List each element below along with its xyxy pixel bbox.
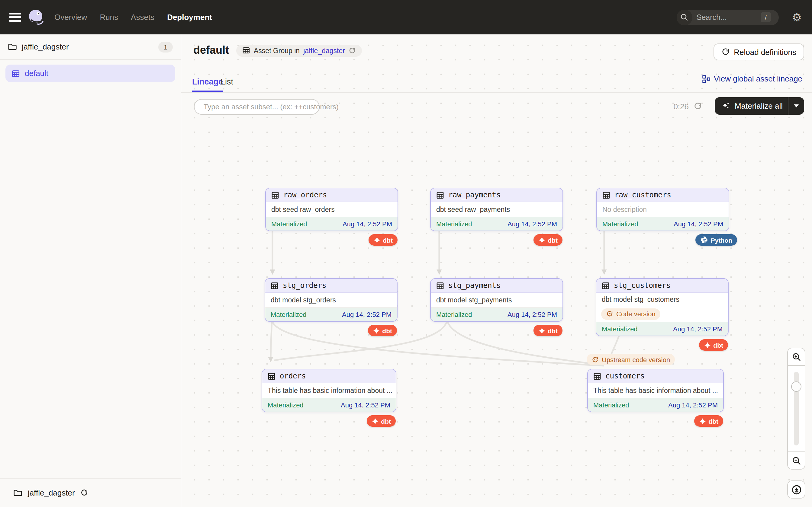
table-icon bbox=[271, 191, 279, 199]
asset-node-raw-orders[interactable]: raw_orders dbt seed raw_orders Materiali… bbox=[265, 188, 398, 231]
upstream-code-version-tag: Upstream code version bbox=[587, 354, 675, 365]
asset-name: customers bbox=[605, 372, 645, 380]
nav-item-deployment[interactable]: Deployment bbox=[167, 13, 212, 22]
page-title: default bbox=[193, 44, 229, 57]
asset-node-stg-orders[interactable]: stg_orders dbt model stg_orders Material… bbox=[265, 278, 398, 322]
asset-group-icon bbox=[242, 47, 250, 54]
asset-timestamp[interactable]: Aug 14, 2:52 PM bbox=[507, 311, 557, 318]
nav-item-overview[interactable]: Overview bbox=[54, 13, 87, 22]
tab-list[interactable]: List bbox=[220, 77, 233, 86]
badge-label: dbt bbox=[713, 341, 723, 349]
sidebar-item-label: default bbox=[25, 69, 48, 78]
asset-status: Materialized bbox=[436, 311, 472, 318]
asset-description: dbt model stg_orders bbox=[265, 293, 397, 308]
tab-lineage[interactable]: Lineage bbox=[192, 77, 223, 86]
dbt-badge: dbt bbox=[533, 325, 562, 336]
asset-status: Materialized bbox=[593, 401, 629, 409]
dbt-logo-icon bbox=[371, 417, 378, 425]
search-input[interactable]: Search... / bbox=[677, 9, 779, 25]
sidebar-footer-label: jaffle_dagster bbox=[28, 488, 75, 497]
asset-name: stg_payments bbox=[448, 281, 501, 290]
hamburger-menu-icon[interactable] bbox=[9, 13, 21, 21]
asset-status: Materialized bbox=[602, 325, 638, 333]
badge-label: dbt bbox=[383, 236, 393, 243]
asset-node-raw-customers[interactable]: raw_customers No description Materialize… bbox=[596, 188, 729, 231]
reload-definitions-label: Reload definitions bbox=[734, 47, 796, 56]
asset-description: dbt model stg_customers bbox=[596, 293, 728, 306]
asset-name: raw_customers bbox=[614, 191, 671, 199]
asset-timestamp[interactable]: Aug 14, 2:52 PM bbox=[341, 401, 390, 409]
code-version-icon bbox=[592, 356, 599, 363]
materialize-all-button[interactable]: Materialize all bbox=[715, 97, 804, 115]
asset-timestamp[interactable]: Aug 14, 2:52 PM bbox=[674, 220, 723, 228]
dbt-badge: dbt bbox=[366, 415, 396, 427]
code-version-icon bbox=[606, 310, 613, 318]
badge-label: dbt bbox=[381, 417, 391, 425]
asset-timestamp[interactable]: Aug 14, 2:52 PM bbox=[507, 220, 557, 228]
dbt-logo-icon bbox=[704, 341, 711, 349]
dbt-badge: dbt bbox=[368, 325, 397, 336]
sidebar: jaffle_dagster 1 default jaffle_dagster bbox=[0, 35, 181, 507]
view-global-asset-lineage-link[interactable]: View global asset lineage bbox=[702, 74, 802, 83]
top-nav: Overview Runs Assets Deployment Search..… bbox=[0, 0, 812, 35]
asset-node-customers[interactable]: customers This table has basic informati… bbox=[587, 369, 724, 412]
badge-label: dbt bbox=[548, 236, 558, 243]
context-repo-link[interactable]: jaffle_dagster bbox=[303, 47, 345, 54]
timer-refresh-icon[interactable] bbox=[694, 102, 702, 110]
badge-label: dbt bbox=[548, 327, 558, 334]
asset-group-icon bbox=[11, 69, 20, 77]
asset-name: stg_customers bbox=[614, 281, 671, 290]
zoom-slider[interactable] bbox=[788, 365, 805, 452]
asset-subset-input[interactable]: Type an asset subset... (ex: ++customers… bbox=[194, 99, 320, 115]
asset-node-raw-payments[interactable]: raw_payments dbt seed raw_payments Mater… bbox=[430, 188, 563, 231]
materialize-all-label: Materialize all bbox=[735, 101, 783, 110]
sidebar-group-label: jaffle_dagster bbox=[22, 42, 69, 51]
sidebar-item-default[interactable]: default bbox=[5, 65, 175, 82]
asset-name: stg_orders bbox=[283, 281, 326, 290]
badge-label: dbt bbox=[382, 327, 392, 334]
table-icon bbox=[436, 191, 444, 199]
asset-timestamp[interactable]: Aug 14, 2:52 PM bbox=[342, 311, 392, 318]
materialize-dropdown-button[interactable] bbox=[788, 97, 804, 115]
dagster-logo-icon[interactable] bbox=[27, 8, 45, 26]
download-graph-button[interactable] bbox=[787, 481, 805, 499]
refresh-icon[interactable] bbox=[349, 47, 356, 54]
zoom-out-button[interactable] bbox=[788, 452, 805, 469]
asset-status: Materialized bbox=[602, 220, 638, 228]
refresh-icon[interactable] bbox=[80, 489, 88, 497]
badge-label: dbt bbox=[708, 417, 718, 425]
main-pane: default Asset Group in jaffle_dagster Re… bbox=[181, 35, 812, 507]
sidebar-group-jaffle-dagster[interactable]: jaffle_dagster 1 bbox=[0, 35, 181, 60]
python-logo-icon bbox=[701, 236, 708, 244]
asset-node-orders[interactable]: orders This table has basic information … bbox=[262, 369, 396, 412]
asset-node-stg-customers[interactable]: stg_customers dbt model stg_customers Co… bbox=[596, 278, 729, 336]
search-placeholder: Search... bbox=[697, 13, 727, 21]
dbt-logo-icon bbox=[699, 417, 706, 425]
dbt-logo-icon bbox=[373, 236, 380, 243]
dbt-badge: dbt bbox=[368, 234, 398, 246]
asset-status: Materialized bbox=[271, 220, 307, 228]
dbt-logo-icon bbox=[538, 236, 545, 243]
folder-icon bbox=[8, 42, 17, 51]
chevron-down-icon bbox=[794, 104, 799, 107]
settings-gear-icon[interactable]: ⚙ bbox=[792, 12, 802, 23]
dbt-badge: dbt bbox=[694, 415, 723, 427]
asset-node-stg-payments[interactable]: stg_payments dbt model stg_payments Mate… bbox=[430, 278, 563, 322]
asset-status: Materialized bbox=[271, 311, 307, 318]
search-icon bbox=[677, 9, 692, 25]
zoom-in-button[interactable] bbox=[788, 348, 805, 365]
search-shortcut-key: / bbox=[761, 12, 771, 22]
asset-timestamp[interactable]: Aug 14, 2:52 PM bbox=[668, 401, 718, 409]
nav-item-runs[interactable]: Runs bbox=[100, 13, 118, 22]
zoom-slider-handle[interactable] bbox=[791, 382, 801, 392]
reload-definitions-button[interactable]: Reload definitions bbox=[713, 44, 804, 60]
asset-description: dbt model stg_payments bbox=[431, 293, 562, 308]
upstream-code-version-label: Upstream code version bbox=[602, 356, 670, 363]
asset-name: orders bbox=[280, 372, 306, 380]
asset-timestamp[interactable]: Aug 14, 2:52 PM bbox=[343, 220, 392, 228]
context-prefix: Asset Group in bbox=[254, 47, 300, 54]
asset-description: dbt seed raw_orders bbox=[266, 202, 398, 217]
nav-item-assets[interactable]: Assets bbox=[131, 13, 154, 22]
asset-timestamp[interactable]: Aug 14, 2:52 PM bbox=[673, 325, 723, 333]
asset-name: raw_orders bbox=[283, 191, 327, 199]
